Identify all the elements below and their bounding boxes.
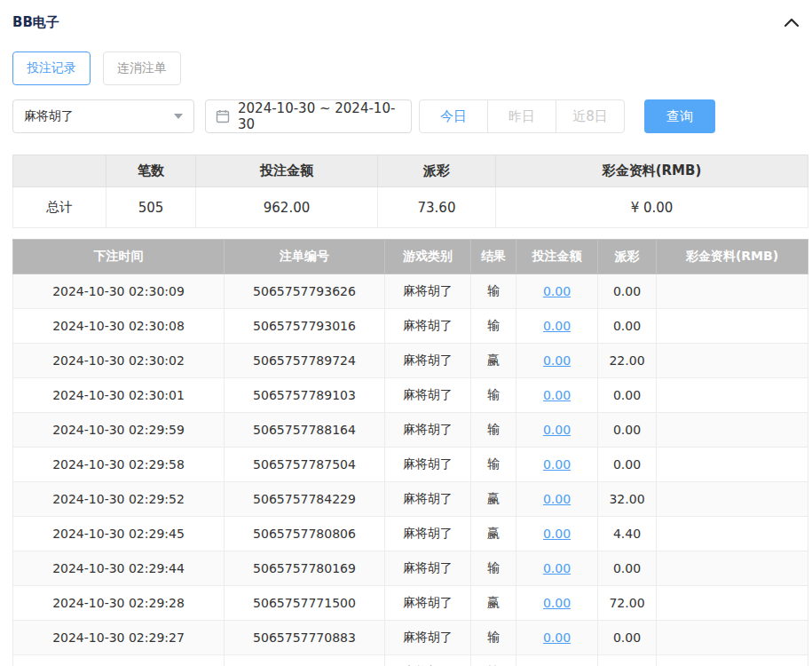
cell-result: 赢 [471, 482, 516, 517]
table-row: 2024-10-30 02:29:52 5065757784229 麻将胡了 赢… [13, 482, 808, 517]
panel-header: BB电子 [12, 12, 808, 32]
cell-game-type: 麻将胡了 [385, 274, 471, 309]
bet-amount-link[interactable]: 0.00 [543, 284, 571, 298]
date-range-value: 2024-10-30 ~ 2024-10-30 [238, 100, 401, 132]
summary-header-empty [13, 155, 106, 187]
cell-game-type: 麻将胡了 [385, 482, 471, 517]
cell-jackpot [657, 309, 808, 344]
bet-amount-link[interactable]: 0.00 [543, 319, 571, 333]
table-row: 2024-10-30 02:29:27 5065757770883 麻将胡了 输… [13, 621, 808, 655]
cell-order-number: 5065757793016 [225, 309, 385, 344]
cell-order-number: 5065757787504 [225, 448, 385, 482]
cell-result: 输 [471, 378, 516, 413]
cell-bet-amount: 0.00 [516, 586, 598, 621]
cell-bet-time: 2024-10-30 02:29:58 [13, 448, 225, 482]
bet-amount-link[interactable]: 0.00 [543, 630, 571, 645]
search-button[interactable]: 查询 [644, 99, 715, 133]
cell-bet-amount: 0.00 [516, 378, 598, 413]
summary-total-label: 总计 [13, 187, 106, 228]
date-range-picker[interactable]: 2024-10-30 ~ 2024-10-30 [205, 99, 412, 133]
cell-jackpot [657, 517, 808, 551]
calendar-icon [216, 109, 230, 123]
tab-bet-records[interactable]: 投注记录 [12, 52, 91, 85]
game-select[interactable]: 麻将胡了 [12, 99, 194, 133]
tab-cancelled-orders[interactable]: 连消注单 [103, 52, 181, 85]
summary-total-row: 总计 505 962.00 73.60 ¥ 0.00 [13, 187, 808, 228]
filter-bar: 麻将胡了 2024-10-30 ~ 2024-10-30 今日 昨日 近8日 查… [12, 99, 808, 133]
cell-bet-amount: 0.00 [516, 448, 598, 482]
bet-records-table: 下注时间 注单编号 游戏类别 结果 投注金额 派彩 彩金资料(RMB) 2024… [12, 239, 808, 666]
game-select-value: 麻将胡了 [24, 108, 74, 124]
last-8-days-button[interactable]: 近8日 [556, 99, 625, 133]
cell-result: 输 [471, 309, 516, 344]
cell-payout: 0.00 [598, 551, 657, 586]
bet-amount-link[interactable]: 0.00 [543, 492, 571, 506]
cell-payout: 0.00 [598, 413, 657, 448]
cell-payout: 0.00 [598, 274, 657, 309]
today-button[interactable]: 今日 [419, 99, 488, 133]
cell-order-number: 5065757780169 [225, 551, 385, 586]
bet-amount-link[interactable]: 0.00 [543, 423, 571, 437]
cell-payout: 22.00 [598, 344, 657, 378]
bet-amount-link[interactable]: 0.00 [543, 388, 571, 402]
cell-order-number: 5065757789103 [225, 378, 385, 413]
cell-jackpot [657, 413, 808, 448]
yesterday-button[interactable]: 昨日 [487, 99, 556, 133]
summary-total-payout: 73.60 [378, 187, 496, 228]
cell-payout: 0.00 [598, 621, 657, 655]
cell-order-number: 5065757793626 [225, 274, 385, 309]
cell-payout: 32.00 [598, 482, 657, 517]
header-payout: 派彩 [598, 240, 657, 274]
cell-bet-time: 2024-10-30 02:29:52 [13, 482, 225, 517]
header-bet-time: 下注时间 [13, 240, 225, 274]
table-row: 2024-10-30 02:29:44 5065757780169 麻将胡了 输… [13, 551, 808, 586]
cell-game-type: 麻将胡了 [385, 448, 471, 482]
cell-game-type: 麻将胡了 [385, 344, 471, 378]
cell-game-type: 麻将胡了 [385, 517, 471, 551]
table-row: 2024-10-30 02:29:45 5065757780806 麻将胡了 赢… [13, 517, 808, 551]
chevron-down-icon [174, 114, 183, 119]
cell-jackpot [657, 274, 808, 309]
cell-bet-time: 2024-10-30 02:29:26 [13, 655, 225, 666]
bet-amount-link[interactable]: 0.00 [543, 527, 571, 541]
table-row: 2024-10-30 02:30:02 5065757789724 麻将胡了 赢… [13, 344, 808, 378]
page-title: BB电子 [12, 14, 59, 31]
cell-order-number: 5065757784229 [225, 482, 385, 517]
cell-order-number: 5065757780806 [225, 517, 385, 551]
bet-amount-link[interactable]: 0.00 [543, 561, 571, 575]
tab-bar: 投注记录 连消注单 [12, 52, 808, 85]
cell-jackpot [657, 482, 808, 517]
cell-result: 赢 [471, 344, 516, 378]
chevron-up-icon[interactable] [782, 12, 801, 32]
summary-header-payout: 派彩 [378, 155, 496, 187]
table-row: 2024-10-30 02:30:09 5065757793626 麻将胡了 输… [13, 274, 808, 309]
cell-bet-amount: 0.00 [516, 413, 598, 448]
cell-bet-amount: 0.00 [516, 551, 598, 586]
cell-payout: 72.00 [598, 586, 657, 621]
cell-game-type: 麻将胡了 [385, 378, 471, 413]
cell-jackpot [657, 551, 808, 586]
cell-result: 输 [471, 655, 516, 666]
cell-result: 输 [471, 621, 516, 655]
cell-jackpot [657, 621, 808, 655]
bet-amount-link[interactable]: 0.00 [543, 353, 571, 368]
cell-bet-amount: 0.00 [516, 344, 598, 378]
cell-bet-time: 2024-10-30 02:29:45 [13, 517, 225, 551]
summary-header-bet-amount: 投注金额 [196, 155, 378, 187]
cell-jackpot [657, 344, 808, 378]
summary-header-count: 笔数 [106, 155, 196, 187]
cell-result: 输 [471, 274, 516, 309]
bet-amount-link[interactable]: 0.00 [543, 457, 571, 472]
cell-game-type: 麻将胡了 [385, 309, 471, 344]
cell-payout: 4.40 [598, 517, 657, 551]
header-jackpot: 彩金资料(RMB) [657, 240, 808, 274]
bet-amount-link[interactable]: 0.00 [543, 596, 571, 610]
table-row: 2024-10-30 02:30:08 5065757793016 麻将胡了 输… [13, 309, 808, 344]
header-result: 结果 [471, 240, 516, 274]
table-row: 2024-10-30 02:30:01 5065757789103 麻将胡了 输… [13, 378, 808, 413]
bet-table-header-row: 下注时间 注单编号 游戏类别 结果 投注金额 派彩 彩金资料(RMB) [13, 240, 808, 274]
bet-table-body: 2024-10-30 02:30:09 5065757793626 麻将胡了 输… [13, 274, 808, 666]
table-row: 2024-10-30 02:29:59 5065757788164 麻将胡了 输… [13, 413, 808, 448]
cell-bet-time: 2024-10-30 02:29:59 [13, 413, 225, 448]
cell-bet-amount: 0.00 [516, 274, 598, 309]
